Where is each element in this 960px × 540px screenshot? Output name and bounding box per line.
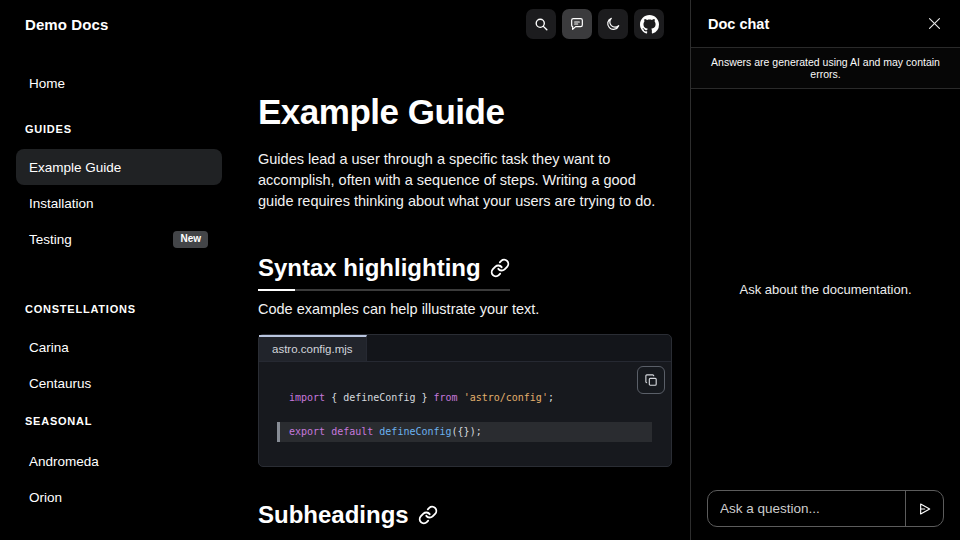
- sidebar-nav: Home GUIDES Example Guide Installation T…: [16, 65, 222, 515]
- code-line-1: import { defineConfig } from 'astro/conf…: [277, 388, 652, 408]
- code-body: import { defineConfig } from 'astro/conf…: [259, 362, 671, 466]
- code-block: astro.config.mjs import { defineConfig }…: [258, 334, 672, 467]
- code-token: import: [289, 392, 331, 403]
- sidebar-item-label: Andromeda: [29, 454, 99, 469]
- main-content: Example Guide Guides lead a user through…: [240, 0, 690, 540]
- chat-footer: [691, 490, 960, 540]
- code-token: { defineConfig }: [331, 392, 433, 403]
- code-token: from: [434, 392, 464, 403]
- subheadings-section-head: Subheadings: [258, 501, 438, 529]
- theme-toggle-button[interactable]: [598, 9, 628, 39]
- sidebar-item-orion[interactable]: Orion: [16, 479, 222, 515]
- sidebar-item-label: Home: [29, 76, 65, 91]
- new-badge: New: [173, 231, 208, 248]
- sidebar-item-label: Centaurus: [29, 376, 91, 391]
- doc-chat-panel: Doc chat Answers are generated using AI …: [690, 0, 960, 540]
- search-icon: [534, 17, 549, 32]
- section-title-syntax-highlighting: Syntax highlighting: [258, 254, 510, 282]
- close-chat-button[interactable]: [926, 15, 943, 32]
- sidebar-item-carina[interactable]: Carina: [16, 329, 222, 365]
- doc-chat-button[interactable]: [562, 9, 592, 39]
- search-button[interactable]: [526, 9, 556, 39]
- sidebar-item-home[interactable]: Home: [16, 65, 222, 101]
- moon-icon: [605, 16, 621, 32]
- close-icon: [926, 15, 943, 32]
- code-token: default: [331, 426, 379, 437]
- chat-title: Doc chat: [708, 16, 769, 32]
- chat-body: Ask about the documentation.: [691, 89, 960, 490]
- sidebar-group-guides: GUIDES: [16, 123, 222, 135]
- app: Demo Docs Home GUIDES Example Guide Inst…: [0, 0, 960, 540]
- sidebar-item-centaurus[interactable]: Centaurus: [16, 365, 222, 401]
- sidebar-group-seasonal: SEASONAL: [16, 415, 222, 427]
- code-line-2-highlighted: export default defineConfig({});: [277, 422, 652, 442]
- chat-empty-state: Ask about the documentation.: [739, 282, 911, 297]
- sidebar: Demo Docs Home GUIDES Example Guide Inst…: [0, 0, 240, 540]
- sidebar-item-label: Testing: [29, 232, 72, 247]
- code-token: ({});: [452, 426, 482, 437]
- anchor-link-icon[interactable]: [490, 258, 510, 278]
- code-token: 'astro/config': [464, 392, 548, 403]
- section-title-text: Syntax highlighting: [258, 254, 481, 282]
- chat-bubble-icon: [569, 16, 585, 32]
- github-button[interactable]: [634, 9, 664, 39]
- sidebar-item-example-guide[interactable]: Example Guide: [16, 149, 222, 185]
- send-icon: [917, 501, 933, 517]
- site-title: Demo Docs: [16, 16, 222, 33]
- section-lead: Code examples can help illustrate your t…: [258, 301, 672, 317]
- sidebar-item-andromeda[interactable]: Andromeda: [16, 443, 222, 479]
- copy-icon: [644, 373, 659, 388]
- chat-header: Doc chat: [691, 0, 960, 47]
- chat-input-container: [707, 490, 944, 527]
- sidebar-item-label: Orion: [29, 490, 62, 505]
- send-button[interactable]: [905, 491, 943, 526]
- chat-question-input[interactable]: [708, 491, 905, 526]
- intro-paragraph: Guides lead a user through a specific ta…: [258, 149, 672, 212]
- heading-rule: [258, 289, 510, 291]
- syntax-highlighting-section-head: Syntax highlighting: [258, 254, 510, 291]
- sidebar-group-constellations: CONSTELLATIONS: [16, 303, 222, 315]
- code-token: export: [289, 426, 331, 437]
- sidebar-item-testing[interactable]: Testing New: [16, 221, 222, 257]
- sidebar-item-label: Carina: [29, 340, 69, 355]
- code-tab-bar: astro.config.mjs: [259, 335, 671, 362]
- sidebar-item-label: Installation: [29, 196, 94, 211]
- toolbar: [526, 9, 664, 39]
- section-title-subheadings: Subheadings: [258, 501, 438, 529]
- code-tab-astro-config[interactable]: astro.config.mjs: [259, 335, 367, 361]
- page-title: Example Guide: [258, 92, 672, 132]
- section-title-text: Subheadings: [258, 501, 409, 529]
- sidebar-item-label: Example Guide: [29, 160, 121, 175]
- copy-code-button[interactable]: [637, 366, 665, 394]
- sidebar-item-installation[interactable]: Installation: [16, 185, 222, 221]
- github-icon: [640, 15, 659, 34]
- ai-disclaimer: Answers are generated using AI and may c…: [691, 47, 960, 89]
- anchor-link-icon[interactable]: [418, 505, 438, 525]
- code-token: ;: [548, 392, 554, 403]
- code-token: defineConfig: [379, 426, 451, 437]
